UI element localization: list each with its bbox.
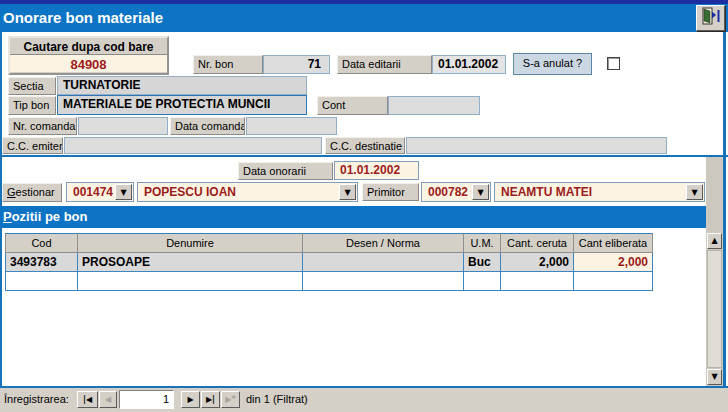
gestionar-name-combo[interactable]: POPESCU IOAN ▼ bbox=[137, 182, 358, 202]
gestionar-code-combo[interactable]: 001474 ▼ bbox=[66, 182, 134, 202]
primitor-code-combo[interactable]: 000782 ▼ bbox=[421, 182, 491, 202]
barcode-search-box: Cautare dupa cod bare 84908 bbox=[8, 36, 169, 75]
vertical-scrollbar[interactable]: ▲ ▼ bbox=[706, 157, 723, 386]
chevron-down-icon[interactable]: ▼ bbox=[339, 184, 356, 200]
cell-um[interactable]: Buc bbox=[464, 253, 501, 272]
section-separator bbox=[0, 155, 728, 157]
scroll-down-button[interactable]: ▼ bbox=[707, 369, 722, 385]
current-record-input[interactable]: 1 bbox=[119, 390, 174, 409]
column-header-cant-eliberata: Cant eliberata bbox=[574, 234, 653, 253]
scroll-up-button[interactable]: ▲ bbox=[707, 233, 722, 249]
data-onorarii-field[interactable]: 01.01.2002 bbox=[334, 161, 419, 180]
exit-button[interactable] bbox=[696, 5, 725, 31]
positions-table: Cod Denumire Desen / Norma U.M. Cant. ce… bbox=[5, 233, 653, 291]
nr-comanda-label: Nr. comanda bbox=[8, 117, 77, 135]
scroll-down-icon: ▼ bbox=[711, 372, 717, 381]
data-editarii-label: Data editarii bbox=[337, 55, 432, 74]
tip-bon-label: Tip bon bbox=[8, 96, 56, 115]
cell-cant-ceruta[interactable]: 2,000 bbox=[501, 253, 574, 272]
anulat-checkbox[interactable] bbox=[607, 57, 620, 70]
form-right-border bbox=[723, 32, 726, 386]
cell-desen-norma[interactable] bbox=[303, 253, 464, 272]
exit-door-icon bbox=[701, 6, 721, 30]
cell-cant-ceruta[interactable] bbox=[501, 272, 574, 291]
barcode-search-value[interactable]: 84908 bbox=[10, 55, 167, 72]
primitor-name-value: NEAMTU MATEI bbox=[501, 185, 592, 199]
chevron-down-icon[interactable]: ▼ bbox=[686, 184, 703, 200]
cc-destinatie-label: C.C. destinatie bbox=[325, 137, 405, 154]
column-header-desen-norma: Desen / Norma bbox=[303, 234, 464, 253]
column-header-um: U.M. bbox=[464, 234, 501, 253]
first-record-button[interactable]: |◀ bbox=[77, 391, 98, 408]
cell-cod[interactable] bbox=[6, 272, 78, 291]
nr-comanda-field[interactable] bbox=[78, 117, 168, 135]
gestionar-code-value: 001474 bbox=[73, 185, 113, 199]
anulat-button[interactable]: S-a anulat ? bbox=[513, 53, 592, 75]
sectia-field[interactable]: TURNATORIE bbox=[57, 76, 307, 95]
primitor-label: Primitor bbox=[362, 183, 419, 201]
new-record-button[interactable]: ▶* bbox=[221, 391, 240, 408]
positions-table-container: Cod Denumire Desen / Norma U.M. Cant. ce… bbox=[5, 233, 653, 291]
cell-denumire[interactable] bbox=[78, 272, 303, 291]
table-row-empty bbox=[6, 272, 653, 291]
barcode-search-label: Cautare dupa cod bare bbox=[10, 38, 167, 55]
scrollbar-track[interactable] bbox=[707, 250, 722, 368]
cell-cant-eliberata[interactable] bbox=[574, 272, 653, 291]
last-record-button[interactable]: ▶| bbox=[201, 391, 220, 408]
cont-field[interactable] bbox=[388, 96, 480, 115]
nr-bon-label: Nr. bon bbox=[193, 55, 263, 74]
gestionar-name-value: POPESCU IOAN bbox=[144, 185, 236, 199]
record-nav-label: Înregistrarea: bbox=[4, 393, 69, 405]
cell-cod[interactable]: 3493783 bbox=[6, 253, 78, 272]
sectia-label: Sectia bbox=[8, 77, 56, 95]
data-comanda-field[interactable] bbox=[246, 117, 337, 135]
table-row: 3493783 PROSOAPE Buc 2,000 2,000 bbox=[6, 253, 653, 272]
cell-cant-eliberata[interactable]: 2,000 bbox=[574, 253, 653, 272]
pozitii-section-title: Pozitii pe bon bbox=[3, 209, 88, 224]
window-title: Onorare bon materiale bbox=[3, 9, 163, 26]
record-navigation-bar: Înregistrarea: |◀ ◀ 1 ▶ ▶| ▶* din 1 (Fil… bbox=[0, 388, 728, 412]
cell-denumire[interactable]: PROSOAPE bbox=[78, 253, 303, 272]
nr-bon-field[interactable]: 71 bbox=[263, 55, 330, 74]
data-editarii-field[interactable]: 01.01.2002 bbox=[432, 55, 506, 74]
table-header-row: Cod Denumire Desen / Norma U.M. Cant. ce… bbox=[6, 234, 653, 253]
chevron-down-icon[interactable]: ▼ bbox=[115, 184, 132, 200]
cell-um[interactable] bbox=[464, 272, 501, 291]
cell-desen-norma[interactable] bbox=[303, 272, 464, 291]
record-count-text: din 1 (Filtrat) bbox=[246, 393, 308, 405]
column-header-cant-ceruta: Cant. ceruta bbox=[501, 234, 574, 253]
tip-bon-field[interactable]: MATERIALE DE PROTECTIA MUNCII bbox=[57, 95, 307, 115]
primitor-name-combo[interactable]: NEAMTU MATEI ▼ bbox=[494, 182, 705, 202]
cc-emitent-field[interactable] bbox=[64, 137, 322, 154]
cont-label: Cont bbox=[317, 96, 388, 115]
cc-destinatie-field[interactable] bbox=[406, 137, 667, 154]
next-record-button[interactable]: ▶ bbox=[181, 391, 200, 408]
data-comanda-label: Data comanda bbox=[170, 117, 245, 135]
data-onorarii-label: Data onorarii bbox=[238, 162, 333, 180]
primitor-code-value: 000782 bbox=[428, 185, 468, 199]
chevron-down-icon[interactable]: ▼ bbox=[472, 184, 489, 200]
previous-record-button[interactable]: ◀ bbox=[99, 391, 117, 408]
pozitii-section-header: Pozitii pe bon bbox=[0, 206, 706, 228]
cc-emitent-label: C.C. emitent bbox=[2, 137, 63, 154]
gestionar-label: Gestionar bbox=[2, 183, 62, 202]
onorare-bon-materiale-window: Onorare bon materiale Cautare dupa cod b… bbox=[0, 0, 728, 412]
title-bar: Onorare bon materiale bbox=[0, 4, 728, 32]
scroll-up-icon: ▲ bbox=[711, 236, 717, 245]
column-header-cod: Cod bbox=[6, 234, 78, 253]
column-header-denumire: Denumire bbox=[78, 234, 303, 253]
